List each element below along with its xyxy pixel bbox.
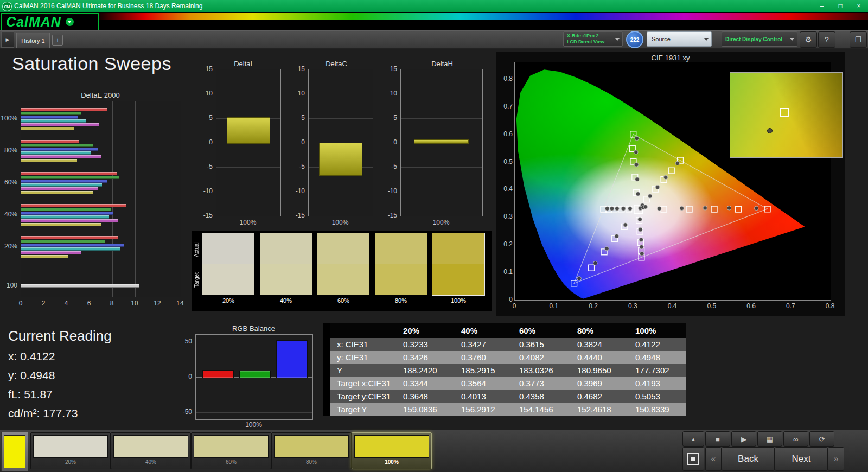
deltal-chart-title: DeltaL (206, 60, 282, 68)
green-bar (239, 371, 271, 378)
minimize-button[interactable]: – (813, 0, 831, 12)
swatch-actual (317, 233, 369, 264)
table-cell: 154.1456 (512, 403, 570, 416)
gridline (309, 192, 373, 192)
play-button[interactable]: ▶ (731, 431, 756, 447)
axis-tick-label: 0.1 (497, 268, 513, 276)
deltae-bar (21, 116, 78, 119)
window-title: CalMAN 2016 CalMAN Ultimate for Business… (14, 0, 202, 12)
deltae-bar (21, 215, 109, 219)
collapse-button[interactable]: ▲ (682, 431, 704, 447)
axis-tick-label: -5 (207, 163, 213, 170)
gridline (216, 94, 280, 94)
table-cell: 0.3615 (512, 338, 570, 351)
close-button[interactable]: × (850, 0, 868, 12)
axis-tick-label: -10 (203, 187, 213, 195)
deltae-bar (21, 284, 139, 288)
table-cell: 0.3564 (454, 377, 512, 390)
meter-dropdown[interactable]: X-Rite i1Pro 2 LCD Direct View (563, 31, 623, 47)
deltac-chart-title: DeltaC (298, 60, 374, 68)
table-header-cell (330, 323, 396, 338)
patch-button-80%[interactable]: 80% (271, 432, 352, 469)
axis-tick-label: 0.8 (497, 75, 513, 82)
swatch-pair-60% (317, 233, 369, 295)
table-spacer-cell (323, 403, 330, 416)
table-cell: 0.3426 (396, 351, 454, 364)
continuous-read-button[interactable]: ∞ (783, 431, 808, 447)
stop-button[interactable]: ■ (705, 431, 730, 447)
axis-tick-label: 6 (84, 299, 94, 307)
deltah-chart-title: DeltaH (396, 60, 488, 68)
axis-tick-label: 5 (301, 114, 305, 122)
deltae-bar (21, 240, 105, 243)
deltah-chart (400, 69, 483, 216)
table-header-cell: 100% (628, 323, 686, 338)
table-cell: 0.5053 (628, 390, 686, 403)
deltae-chart (21, 101, 181, 297)
axis-tick-label: 80% (4, 146, 17, 154)
next-button[interactable]: Next (775, 447, 828, 471)
gridline (401, 167, 482, 168)
calman-window: CM CalMAN 2016 CalMAN Ultimate for Busin… (0, 0, 868, 472)
chevrons-left-icon: « (711, 454, 716, 464)
meter-count-badge[interactable]: 222 (626, 31, 643, 48)
gridline (112, 101, 113, 297)
swatch-target (317, 264, 369, 295)
deltae-bar (21, 151, 91, 155)
settings-button[interactable]: ⚙ (800, 31, 817, 48)
axis-tick-label: 40% (4, 211, 17, 218)
deltae-x-axis: 02468101214 (21, 299, 180, 307)
patch-window-button[interactable] (682, 447, 704, 471)
table-row-label: Target y:CIE31 (330, 390, 396, 403)
pattern-button[interactable]: ▦ (757, 431, 782, 447)
deltae-bar (21, 112, 81, 115)
loop-button[interactable]: ⟳ (809, 431, 834, 447)
deltae-bar (21, 127, 74, 130)
gridline (216, 192, 280, 192)
patch-button-100%[interactable]: 100% (352, 432, 432, 469)
axis-tick-label: 14 (175, 299, 186, 307)
gridline (401, 118, 482, 119)
calman-menu-button[interactable]: CalMAN (1, 13, 99, 30)
last-page-button[interactable]: » (828, 447, 844, 471)
measurement-table: 20%40%60%80%100%x: CIE310.32330.34270.36… (323, 323, 686, 416)
patch-button-60%[interactable]: 60% (191, 432, 271, 469)
tab-history-1[interactable]: History 1 (16, 33, 50, 48)
workspace-button[interactable]: ❐ (850, 31, 867, 48)
axis-tick-label: 0.7 (497, 103, 513, 110)
deltae-bar (21, 236, 118, 239)
reading-cdm2: cd/m²: 177.73 (8, 407, 78, 420)
table-spacer-cell (323, 351, 330, 364)
table-cell: 185.2915 (454, 364, 512, 377)
patch-label: 100% (352, 459, 431, 465)
table-cell: 152.4618 (570, 403, 628, 416)
calman-menu-dropdown[interactable] (66, 18, 74, 26)
deltah-y-axis: 151050-5-10-15 (383, 69, 398, 215)
deltae-bar (21, 172, 117, 175)
axis-tick-label: 0.2 (586, 302, 601, 310)
maximize-button[interactable]: □ (831, 0, 850, 12)
axis-tick-label: 2 (38, 299, 49, 307)
table-header-row: 20%40%60%80%100% (323, 323, 686, 338)
back-button[interactable]: Back (722, 447, 775, 471)
source-dropdown[interactable]: Source (647, 31, 712, 47)
deltae-bar (21, 219, 118, 222)
axis-tick-label: -50 (183, 408, 192, 416)
infinity-icon: ∞ (793, 435, 798, 443)
swatch-actual (432, 233, 484, 264)
axis-tick-label: 0.6 (497, 130, 513, 138)
patch-button-40%[interactable]: 40% (111, 432, 191, 469)
first-page-button[interactable]: « (705, 447, 722, 471)
deltae-bar (21, 144, 93, 147)
add-tab-button[interactable]: + (52, 35, 63, 46)
help-button[interactable]: ? (818, 31, 835, 48)
axis-tick-label: 15 (298, 65, 305, 73)
axis-tick-label: 0 (15, 299, 26, 307)
table-cell: 0.4193 (628, 377, 686, 390)
nav-toggle-button[interactable]: ▶ (1, 31, 14, 48)
patch-window-icon (687, 453, 699, 465)
table-header-cell: 60% (512, 323, 570, 338)
display-control-dropdown[interactable]: Direct Display Control (722, 31, 797, 47)
patch-button-20%[interactable]: 20% (30, 432, 111, 469)
table-cell: 177.7302 (628, 364, 686, 377)
